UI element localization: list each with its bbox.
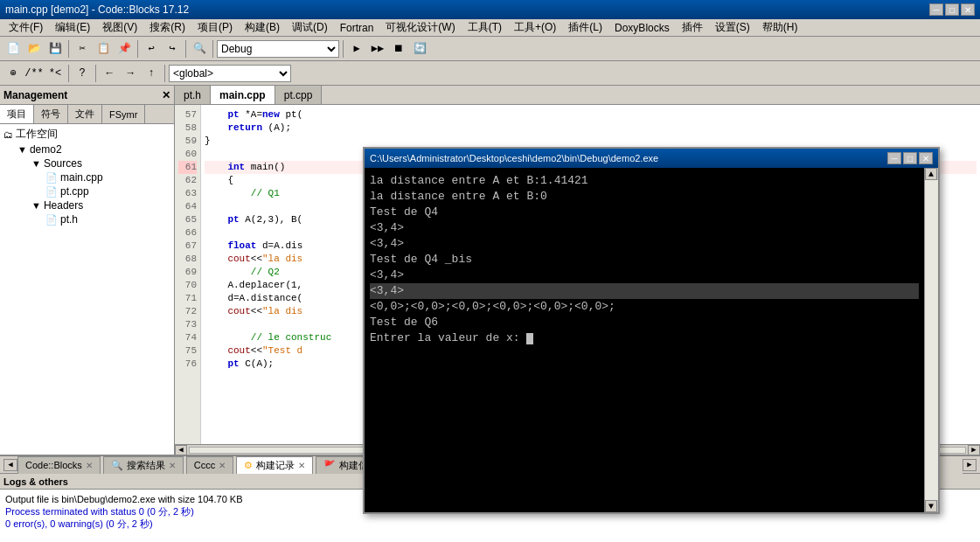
maximize-button[interactable]: □ — [945, 3, 959, 16]
paste-button[interactable]: 📌 — [115, 39, 134, 59]
menu-project[interactable]: 项目(P) — [192, 18, 238, 37]
copy-button[interactable]: 📋 — [94, 39, 113, 59]
ln-66: 66 — [178, 226, 197, 240]
menu-fortran[interactable]: Fortran — [335, 20, 379, 36]
tab-symbol[interactable]: 符号 — [34, 105, 68, 123]
ln-76: 76 — [178, 358, 197, 371]
redo-button[interactable]: ↪ — [163, 39, 182, 59]
term-scroll-track[interactable] — [925, 180, 938, 500]
terminal-title-bar: C:\Users\Administrator\Desktop\ceshi\dem… — [365, 149, 938, 168]
project-tree[interactable]: 🗂 工作空间 ▼ demo2 ▼ Sources — [0, 124, 174, 455]
main-toolbar: 📄 📂 💾 ✂ 📋 📌 ↩ ↪ 🔍 Debug ▶ ▶▶ ⏹ 🔄 — [0, 37, 980, 61]
management-panel: Management ✕ 项目 符号 文件 FSymr 🗂 工作空间 ▼ dem… — [0, 86, 175, 455]
menu-plugin2[interactable]: 插件 — [677, 18, 708, 37]
bottom-nav-right[interactable]: ▶ — [963, 459, 977, 471]
app-title: main.cpp [demo2] - Code::Blocks 17.12 — [5, 3, 189, 16]
file-icon: 📄 — [45, 172, 58, 184]
tree-project-demo2[interactable]: ▼ demo2 — [16, 142, 172, 156]
menu-settings[interactable]: 设置(S) — [710, 18, 755, 37]
stop-button[interactable]: ⏹ — [389, 39, 408, 59]
ln-75: 75 — [178, 344, 197, 358]
menu-visual[interactable]: 可视化设计(W) — [380, 18, 460, 37]
debug-dropdown[interactable]: Debug — [217, 40, 339, 58]
menu-help[interactable]: 帮助(H) — [757, 18, 803, 37]
menu-build[interactable]: 构建(B) — [240, 18, 285, 37]
tb2-btn5[interactable]: ← — [100, 64, 119, 83]
undo-button[interactable]: ↩ — [142, 39, 161, 59]
tab-close-search[interactable]: ✕ — [169, 461, 176, 470]
minimize-button[interactable]: ─ — [929, 3, 943, 16]
close-button[interactable]: ✕ — [961, 3, 975, 16]
bottom-tab-cccc[interactable]: Cccc ✕ — [186, 456, 233, 474]
terminal-maximize[interactable]: □ — [903, 152, 917, 164]
bottom-nav-left[interactable]: ◀ — [3, 459, 17, 471]
bottom-tab-search[interactable]: 🔍 搜索结果 ✕ — [103, 456, 184, 474]
tb2-btn2[interactable]: /** — [24, 64, 44, 83]
tab-close-build-log[interactable]: ✕ — [298, 461, 305, 470]
terminal-body[interactable]: la distance entre A et B:1.41421 la dist… — [365, 168, 924, 512]
tab-fsymr[interactable]: FSymr — [102, 105, 145, 123]
tab-file[interactable]: 文件 — [68, 105, 102, 123]
tab-pt-h[interactable]: pt.h — [175, 86, 211, 104]
menu-debug[interactable]: 调试(D) — [287, 18, 333, 37]
menu-doxyblocks[interactable]: DoxyBlocks — [609, 20, 675, 36]
menu-edit[interactable]: 编辑(E) — [50, 18, 95, 37]
build-button[interactable]: ▶ — [347, 39, 366, 59]
log-line-2: 0 error(s), 0 warning(s) (0 分, 2 秒) — [5, 518, 975, 530]
tb2-btn1[interactable]: ⊕ — [3, 64, 23, 83]
tab-pt-cpp[interactable]: pt.cpp — [275, 86, 323, 104]
find-button[interactable]: 🔍 — [190, 39, 209, 59]
term-scroll-up[interactable]: ▲ — [925, 168, 937, 180]
panel-close-icon[interactable]: ✕ — [162, 89, 170, 101]
toolbar-sep1 — [68, 40, 69, 58]
menu-view[interactable]: 视图(V) — [97, 18, 142, 37]
tab-main-cpp[interactable]: main.cpp — [211, 86, 275, 104]
toolbar-sep5 — [343, 40, 344, 58]
run-button[interactable]: ▶▶ — [368, 39, 387, 59]
term-line-6: <3,4> — [370, 268, 919, 283]
ln-62: 62 — [178, 174, 197, 187]
menu-file[interactable]: 文件(F) — [3, 18, 48, 37]
menu-tools[interactable]: 工具(T) — [462, 18, 507, 37]
scroll-right-button[interactable]: ▶ — [968, 445, 980, 455]
tree-pt-h[interactable]: 📄 pt.h — [44, 212, 172, 226]
menu-tools-plus[interactable]: 工具+(O) — [509, 18, 561, 37]
term-line-0: la distance entre A et B:1.41421 — [370, 173, 919, 189]
ln-68: 68 — [178, 253, 197, 266]
scope-select[interactable]: <global> — [169, 65, 291, 82]
menu-plugins[interactable]: 插件(L) — [563, 18, 608, 37]
line-numbers: 57 58 59 60 61 62 63 64 65 66 67 68 69 7… — [175, 105, 201, 444]
tb2-btn6[interactable]: → — [121, 64, 140, 83]
bottom-tab-build-log[interactable]: ⚙ 构建记录 ✕ — [236, 456, 313, 474]
save-button[interactable]: 💾 — [45, 39, 65, 59]
terminal-minimize[interactable]: ─ — [887, 152, 901, 164]
scroll-left-button[interactable]: ◀ — [175, 445, 187, 455]
cut-button[interactable]: ✂ — [73, 39, 92, 59]
term-line-2: Test de Q4 — [370, 205, 919, 220]
tab-close-cccc[interactable]: ✕ — [219, 461, 226, 470]
tb2-btn4[interactable]: ? — [73, 64, 92, 83]
new-button[interactable]: 📄 — [3, 39, 23, 59]
rebuild-button[interactable]: 🔄 — [410, 39, 429, 59]
tb2-btn3[interactable]: *< — [45, 64, 65, 83]
tree-headers-folder[interactable]: ▼ Headers — [30, 198, 172, 212]
tab-close-codeblocks[interactable]: ✕ — [86, 461, 93, 470]
tab-project[interactable]: 项目 — [0, 105, 34, 123]
terminal-close[interactable]: ✕ — [919, 152, 933, 164]
bottom-tab-codeblocks[interactable]: Code::Blocks ✕ — [17, 456, 101, 474]
tree-pt-cpp[interactable]: 📄 pt.cpp — [44, 184, 172, 198]
open-button[interactable]: 📂 — [24, 39, 44, 59]
code-line-57: pt *A=new pt( — [205, 108, 977, 122]
ln-72: 72 — [178, 305, 197, 318]
menu-search[interactable]: 搜索(R) — [144, 18, 191, 37]
code-line-59: } — [205, 135, 977, 148]
term-line-7: <3,4> — [370, 283, 919, 299]
tree-sources-folder[interactable]: ▼ Sources — [30, 156, 172, 170]
ln-74: 74 — [178, 331, 197, 344]
tb2-btn7[interactable]: ↑ — [142, 64, 161, 83]
term-scroll-down[interactable]: ▼ — [925, 500, 937, 512]
tree-main-cpp[interactable]: 📄 main.cpp — [44, 170, 172, 184]
ln-64: 64 — [178, 200, 197, 213]
panel-header: Management ✕ — [0, 86, 174, 105]
tree-workspace[interactable]: 🗂 工作空间 — [2, 126, 172, 142]
